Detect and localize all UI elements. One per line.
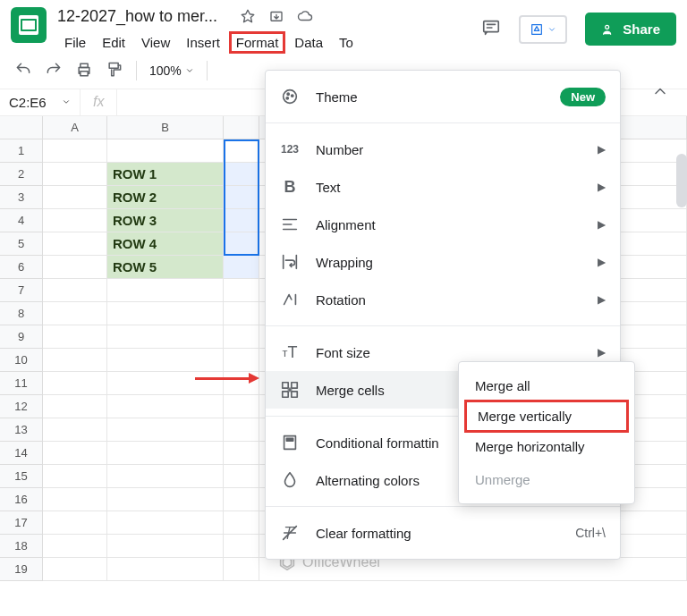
cell[interactable] (43, 302, 107, 325)
cell[interactable] (43, 349, 107, 372)
cell[interactable] (224, 256, 259, 279)
row-header[interactable]: 5 (0, 232, 43, 256)
undo-icon[interactable] (14, 61, 32, 81)
row-header[interactable]: 4 (0, 209, 43, 232)
present-button[interactable] (519, 15, 567, 44)
cell[interactable]: ROW 1 (107, 163, 224, 186)
col-header-a[interactable]: A (43, 116, 107, 139)
menu-wrapping[interactable]: Wrapping ▶ (266, 243, 620, 281)
cloud-icon[interactable] (297, 8, 313, 28)
share-button[interactable]: Share (585, 13, 676, 46)
cell[interactable] (107, 535, 224, 558)
name-box[interactable]: C2:E6 (0, 89, 81, 115)
cell[interactable] (224, 186, 259, 209)
cell[interactable]: ROW 3 (107, 209, 224, 232)
menu-insert[interactable]: Insert (179, 31, 227, 54)
menu-tools[interactable]: To (332, 31, 360, 54)
cell[interactable] (224, 558, 259, 581)
row-header[interactable]: 10 (0, 349, 43, 372)
row-header[interactable]: 1 (0, 139, 43, 163)
cell[interactable] (43, 279, 107, 302)
menu-format[interactable]: Format (229, 31, 286, 54)
row-header[interactable]: 19 (0, 558, 43, 581)
row-header[interactable]: 17 (0, 511, 43, 535)
cell[interactable] (224, 488, 259, 511)
paint-format-icon[interactable] (106, 61, 123, 81)
row-header[interactable]: 14 (0, 442, 43, 465)
unmerge[interactable]: Unmerge (459, 463, 634, 496)
menu-clear-formatting[interactable]: Clear formatting Ctrl+\ (266, 514, 620, 552)
cell[interactable] (107, 139, 224, 163)
menu-alignment[interactable]: Alignment ▶ (266, 206, 620, 243)
cell[interactable] (224, 209, 259, 232)
row-header[interactable]: 6 (0, 256, 43, 279)
cell[interactable] (224, 279, 259, 302)
comments-icon[interactable] (481, 18, 501, 41)
cell[interactable] (43, 232, 107, 256)
cell[interactable] (107, 302, 224, 325)
row-header[interactable]: 8 (0, 302, 43, 325)
sheets-logo[interactable] (11, 7, 47, 43)
cell[interactable] (224, 232, 259, 256)
row-header[interactable]: 3 (0, 186, 43, 209)
cell[interactable] (43, 256, 107, 279)
cell[interactable]: ROW 5 (107, 256, 224, 279)
zoom-dropdown[interactable]: 100% (149, 63, 194, 78)
cell[interactable] (43, 488, 107, 511)
cell[interactable] (43, 186, 107, 209)
cell[interactable] (43, 418, 107, 442)
cell[interactable] (43, 511, 107, 535)
row-header[interactable]: 11 (0, 372, 43, 395)
menu-file[interactable]: File (57, 31, 93, 54)
cell[interactable] (224, 163, 259, 186)
cell[interactable] (224, 442, 259, 465)
cell[interactable] (43, 395, 107, 418)
cell[interactable] (224, 139, 259, 163)
merge-vertically[interactable]: Merge vertically (464, 400, 629, 433)
cell[interactable] (43, 209, 107, 232)
cell[interactable] (224, 465, 259, 488)
doc-title[interactable]: 12-2027_how to mer... (57, 7, 217, 26)
cell[interactable] (224, 302, 259, 325)
cell[interactable] (43, 442, 107, 465)
merge-horizontally[interactable]: Merge horizontally (459, 430, 634, 463)
cell[interactable] (224, 325, 259, 349)
cell[interactable] (43, 535, 107, 558)
menu-edit[interactable]: Edit (95, 31, 132, 54)
menu-text[interactable]: B Text ▶ (266, 168, 620, 206)
star-icon[interactable] (240, 8, 256, 28)
scrollbar-thumb[interactable] (676, 154, 687, 207)
menu-data[interactable]: Data (287, 31, 330, 54)
row-header[interactable]: 12 (0, 395, 43, 418)
cell[interactable] (107, 325, 224, 349)
cell[interactable] (107, 279, 224, 302)
cell[interactable] (43, 465, 107, 488)
select-all-corner[interactable] (0, 116, 43, 139)
collapse-icon[interactable] (651, 82, 669, 104)
cell[interactable] (107, 418, 224, 442)
cell[interactable] (107, 558, 224, 581)
cell[interactable] (224, 349, 259, 372)
cell[interactable] (107, 442, 224, 465)
row-header[interactable]: 15 (0, 465, 43, 488)
row-header[interactable]: 13 (0, 418, 43, 442)
col-header-c[interactable] (224, 116, 259, 139)
cell[interactable] (43, 325, 107, 349)
menu-theme[interactable]: Theme New (266, 78, 620, 115)
cell[interactable] (107, 372, 224, 395)
cell[interactable] (43, 163, 107, 186)
row-header[interactable]: 16 (0, 488, 43, 511)
merge-all[interactable]: Merge all (459, 369, 634, 402)
menu-view[interactable]: View (134, 31, 177, 54)
cell[interactable] (224, 511, 259, 535)
menu-rotation[interactable]: Rotation ▶ (266, 281, 620, 318)
cell[interactable] (107, 465, 224, 488)
move-icon[interactable] (268, 8, 284, 28)
cell[interactable] (43, 139, 107, 163)
cell[interactable] (43, 558, 107, 581)
row-header[interactable]: 2 (0, 163, 43, 186)
col-header-b[interactable]: B (107, 116, 224, 139)
menu-number[interactable]: 123 Number ▶ (266, 131, 620, 168)
row-header[interactable]: 7 (0, 279, 43, 302)
redo-icon[interactable] (45, 61, 63, 81)
